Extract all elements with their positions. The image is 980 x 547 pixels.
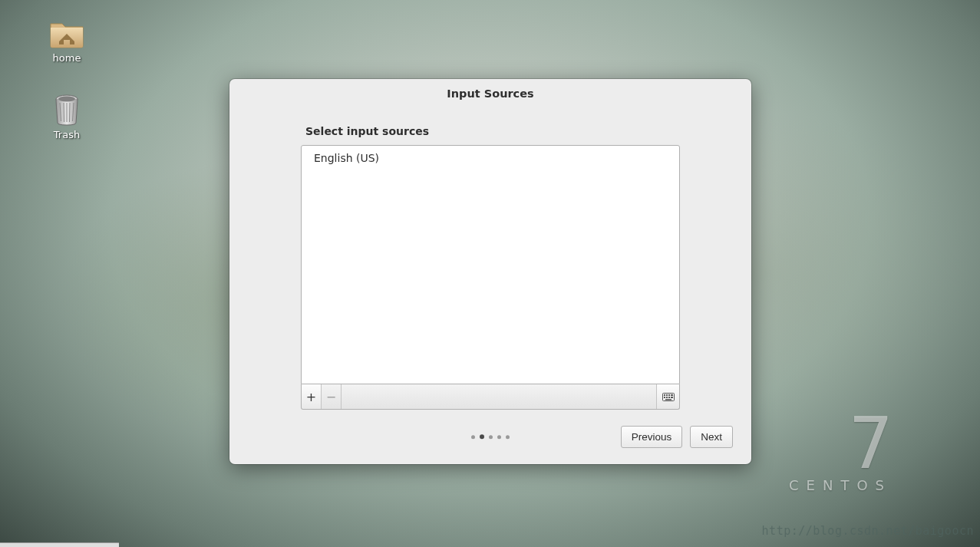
initial-setup-dialog: Input Sources Select input sources Engli… bbox=[229, 79, 751, 464]
list-item[interactable]: English (US) bbox=[302, 146, 679, 170]
svg-rect-9 bbox=[666, 394, 668, 396]
dialog-title: Input Sources bbox=[229, 79, 751, 107]
svg-rect-10 bbox=[668, 394, 670, 396]
previous-button[interactable]: Previous bbox=[621, 426, 683, 448]
svg-line-3 bbox=[64, 103, 64, 122]
svg-line-5 bbox=[70, 103, 71, 122]
desktop-background: home Trash 7 CENTOS http://blog.csdn.net… bbox=[0, 0, 980, 547]
svg-rect-11 bbox=[671, 394, 673, 396]
input-sources-list[interactable]: English (US) bbox=[301, 145, 680, 384]
keyboard-layout-button[interactable] bbox=[656, 384, 679, 409]
taskbar-fragment bbox=[0, 542, 119, 547]
desktop-icon-trash-label: Trash bbox=[54, 129, 80, 140]
dialog-footer: Previous Next bbox=[229, 410, 751, 464]
desktop-icon-home-label: home bbox=[53, 52, 81, 64]
input-sources-toolbar: + − bbox=[301, 384, 680, 410]
next-button[interactable]: Next bbox=[690, 426, 733, 448]
pager-dot-active bbox=[480, 434, 484, 439]
keyboard-icon bbox=[662, 393, 675, 401]
pager-dot bbox=[506, 435, 510, 439]
trash-icon bbox=[53, 94, 81, 126]
os-branding: 7 CENTOS bbox=[789, 416, 892, 493]
os-distro: CENTOS bbox=[789, 477, 892, 493]
pager-dot bbox=[471, 435, 475, 439]
svg-rect-12 bbox=[664, 397, 665, 398]
remove-source-button[interactable]: − bbox=[322, 384, 342, 409]
svg-rect-15 bbox=[671, 397, 673, 398]
page-indicator bbox=[471, 435, 510, 440]
desktop-icon-home[interactable]: home bbox=[36, 17, 97, 64]
svg-rect-16 bbox=[665, 399, 671, 400]
pager-dot bbox=[497, 435, 501, 439]
os-version: 7 bbox=[789, 416, 892, 473]
watermark-text: http://blog.csdn.net/baigoocn bbox=[762, 524, 974, 538]
svg-point-1 bbox=[58, 97, 75, 102]
input-sources-label: Select input sources bbox=[305, 125, 680, 137]
svg-rect-14 bbox=[668, 397, 670, 398]
home-folder-icon bbox=[48, 17, 85, 49]
add-source-button[interactable]: + bbox=[302, 384, 322, 409]
dialog-body: Select input sources English (US) + − bbox=[229, 107, 751, 410]
desktop-icon-trash[interactable]: Trash bbox=[36, 94, 97, 140]
svg-rect-8 bbox=[664, 394, 665, 396]
svg-rect-13 bbox=[666, 397, 668, 398]
pager-dot bbox=[489, 435, 493, 439]
